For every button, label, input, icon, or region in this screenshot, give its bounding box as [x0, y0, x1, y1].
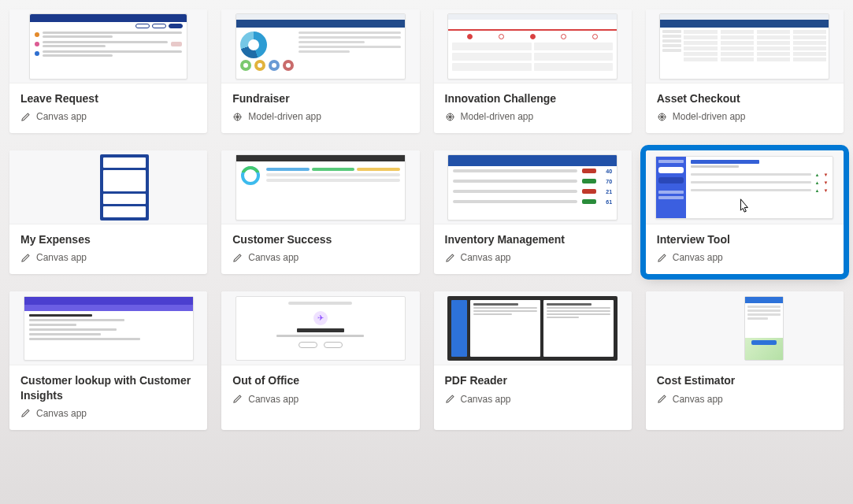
template-thumbnail: [9, 9, 207, 83]
template-card-body: Customer lookup with Customer Insights C…: [9, 365, 207, 429]
template-title: Customer Success: [232, 232, 408, 246]
template-thumbnail: [434, 291, 632, 365]
template-type-label: Canvas app: [248, 252, 299, 263]
template-type-label: Model-driven app: [461, 111, 534, 122]
template-type-label: Canvas app: [36, 111, 87, 122]
template-title: Asset Checkout: [657, 91, 833, 106]
template-card-body: Fundraiser Model-driven app: [221, 83, 419, 133]
template-type: Canvas app: [20, 408, 196, 419]
pencil-icon: [20, 408, 31, 418]
template-card-body: Innovation Challenge Model-driven app: [434, 83, 632, 133]
template-thumbnail: [9, 150, 207, 224]
template-card-body: Asset Checkout Model-driven app: [646, 83, 844, 133]
template-type: Canvas app: [445, 394, 621, 405]
template-title: Inventory Management: [445, 232, 621, 246]
template-type-label: Canvas app: [461, 252, 511, 263]
template-title: Innovation Challenge: [445, 91, 621, 106]
template-thumbnail: 40702161: [434, 150, 632, 224]
template-card[interactable]: ▲▼▲▼▲▼ Interview Tool Canvas app: [646, 150, 844, 274]
template-title: Out of Office: [232, 373, 408, 387]
pencil-icon: [20, 112, 31, 122]
template-title: Cost Estimator: [657, 373, 833, 387]
template-type: Canvas app: [20, 252, 196, 263]
pencil-icon: [445, 253, 455, 263]
template-card[interactable]: Customer lookup with Customer Insights C…: [9, 291, 207, 429]
template-card-body: Customer Success Canvas app: [221, 224, 419, 274]
template-type-label: Model-driven app: [673, 111, 746, 122]
template-card[interactable]: My Expenses Canvas app: [9, 150, 207, 274]
template-thumbnail: ▲▼▲▼▲▼: [646, 150, 844, 224]
template-type-label: Canvas app: [248, 394, 299, 405]
template-type-label: Canvas app: [36, 408, 87, 419]
template-title: My Expenses: [20, 232, 196, 246]
pencil-icon: [232, 394, 243, 404]
template-type-label: Canvas app: [673, 394, 723, 405]
template-title: Customer lookup with Customer Insights: [20, 373, 196, 402]
template-title: Interview Tool: [657, 232, 833, 246]
template-card[interactable]: Innovation Challenge Model-driven app: [434, 9, 632, 133]
template-grid: Leave Request Canvas app Fundraiser Mode…: [9, 0, 844, 430]
template-type: Model-driven app: [232, 111, 408, 122]
model-driven-icon: [445, 112, 455, 122]
template-type: Canvas app: [657, 252, 833, 263]
template-title: PDF Reader: [445, 373, 621, 387]
template-card-body: Interview Tool Canvas app: [646, 224, 844, 274]
pencil-icon: [232, 253, 243, 263]
template-type: Canvas app: [232, 394, 408, 405]
template-card-body: Cost Estimator Canvas app: [646, 365, 844, 415]
template-card-body: Leave Request Canvas app: [9, 83, 207, 133]
pencil-icon: [657, 394, 667, 404]
template-card[interactable]: Fundraiser Model-driven app: [221, 9, 419, 133]
template-type: Canvas app: [232, 252, 408, 263]
template-thumbnail: [646, 291, 844, 365]
template-type: Model-driven app: [657, 111, 833, 122]
template-card[interactable]: Asset Checkout Model-driven app: [646, 9, 844, 133]
pencil-icon: [657, 253, 667, 263]
template-card[interactable]: Customer Success Canvas app: [221, 150, 419, 274]
template-thumbnail: [221, 9, 419, 83]
model-driven-icon: [657, 112, 667, 122]
template-thumbnail: [221, 150, 419, 224]
template-card[interactable]: ✈ Out of Office Canvas app: [221, 291, 419, 429]
template-type: Canvas app: [657, 394, 833, 405]
template-card-body: PDF Reader Canvas app: [434, 365, 632, 415]
template-type-label: Model-driven app: [248, 111, 321, 122]
template-card-body: Out of Office Canvas app: [221, 365, 419, 415]
model-driven-icon: [232, 112, 243, 122]
template-card[interactable]: Leave Request Canvas app: [9, 9, 207, 133]
template-thumbnail: [9, 291, 207, 365]
template-thumbnail: [646, 9, 844, 83]
pencil-icon: [20, 253, 31, 263]
template-card[interactable]: Cost Estimator Canvas app: [646, 291, 844, 429]
template-title: Leave Request: [20, 91, 196, 106]
template-type: Canvas app: [20, 111, 196, 122]
template-thumbnail: ✈: [221, 291, 419, 365]
template-card[interactable]: PDF Reader Canvas app: [434, 291, 632, 429]
template-card[interactable]: 40702161 Inventory Management Canvas app: [434, 150, 632, 274]
template-type: Model-driven app: [445, 111, 621, 122]
pencil-icon: [445, 394, 455, 404]
template-type-label: Canvas app: [461, 394, 511, 405]
template-card-body: Inventory Management Canvas app: [434, 224, 632, 274]
template-type-label: Canvas app: [673, 252, 723, 263]
template-title: Fundraiser: [232, 91, 408, 106]
template-type-label: Canvas app: [36, 252, 87, 263]
template-card-body: My Expenses Canvas app: [9, 224, 207, 274]
template-type: Canvas app: [445, 252, 621, 263]
template-thumbnail: [434, 9, 632, 83]
